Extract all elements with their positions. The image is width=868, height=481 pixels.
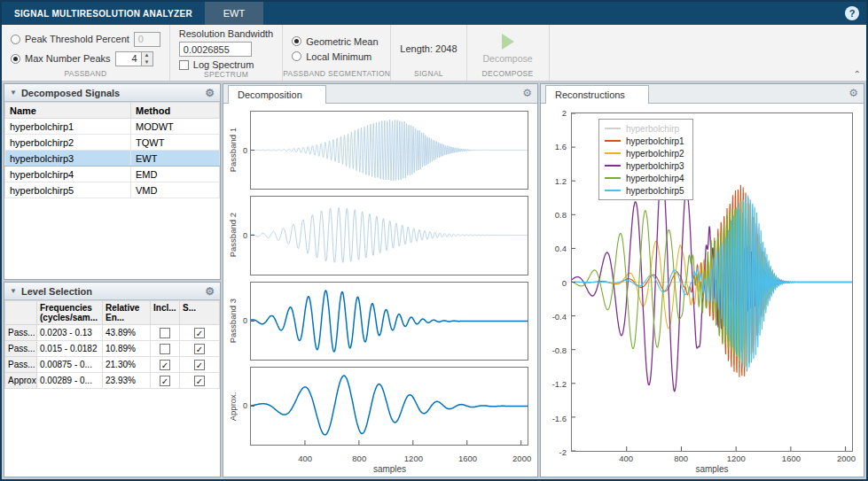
help-icon: ?	[849, 8, 856, 19]
include-checkbox[interactable]: ✓	[160, 360, 170, 370]
table-row[interactable]: hyperbolchirp3EWT	[5, 151, 220, 167]
table-row[interactable]: Pass...0.015 - 0.018210.89%✓	[5, 341, 220, 357]
energy-cell: 23.93%	[103, 373, 151, 389]
legend-label: hyperbolchirp	[626, 124, 679, 134]
gear-icon[interactable]: ⚙	[205, 88, 215, 98]
signal-section: Length: 2048 SIGNAL	[391, 25, 466, 81]
log-spectrum-checkbox[interactable]	[179, 60, 189, 70]
include-cell: ✓	[151, 373, 180, 389]
level-name-cell: Pass...	[5, 357, 37, 373]
show-checkbox[interactable]: ✓	[194, 376, 205, 386]
legend-item[interactable]: hyperbolchirp4	[605, 172, 684, 184]
y-tick-label: 1.2	[555, 175, 567, 185]
gear-icon[interactable]: ⚙	[848, 88, 858, 98]
include-checkbox[interactable]	[160, 344, 170, 354]
show-checkbox[interactable]: ✓	[194, 344, 205, 354]
level-selection-header: ▼ Level Selection ⚙	[4, 283, 220, 300]
legend-item[interactable]: hyperbolchirp1	[605, 135, 684, 147]
decomposition-x-axis: samples 400800120016002000	[251, 452, 528, 477]
legend-swatch-icon	[605, 128, 621, 129]
x-tick-label: 1200	[727, 454, 746, 463]
x-tick-label: 400	[619, 454, 633, 463]
plot-canvas	[251, 112, 528, 189]
legend-label: hyperbolchirp5	[626, 186, 684, 196]
column-header: S...	[180, 301, 220, 325]
collapse-icon[interactable]: ▼	[10, 287, 17, 295]
peak-threshold-input[interactable]: 0	[134, 32, 160, 47]
level-selection-head: Frequencies (cycles/sam...Relative En...…	[5, 301, 220, 325]
series-line	[251, 120, 528, 181]
tab-decomposition[interactable]: Decomposition	[228, 85, 326, 104]
column-header: Frequencies (cycles/sam...	[37, 301, 103, 325]
decomposition-subplot: Passband 30	[227, 282, 528, 361]
include-cell: ✓	[151, 357, 180, 373]
max-peaks-spinner[interactable]: ▲ ▼	[142, 51, 153, 66]
legend-item[interactable]: hyperbolchirp	[605, 122, 684, 135]
signal-method-cell: TQWT	[131, 135, 220, 151]
max-peaks-radio[interactable]	[11, 54, 20, 64]
table-row[interactable]: Approx.0.00289 - 0...23.93%✓✓	[5, 373, 220, 389]
max-peaks-input[interactable]: 4	[115, 51, 142, 66]
table-row[interactable]: Pass...0.00875 - 0...21.30%✓✓	[5, 357, 220, 373]
legend-item[interactable]: hyperbolchirp5	[605, 184, 684, 197]
spinner-up-icon[interactable]: ▲	[142, 52, 152, 59]
left-column: ▼ Decomposed Signals ⚙ NameMethod hyperb…	[4, 83, 221, 477]
app-title: SIGNAL MULTIRESOLUTION ANALYZER	[14, 9, 192, 19]
gear-icon[interactable]: ⚙	[522, 88, 532, 98]
y-tick-area: 0	[239, 111, 250, 190]
show-checkbox[interactable]: ✓	[194, 360, 205, 370]
level-selection-panel: ▼ Level Selection ⚙ Frequencies (cycles/…	[4, 282, 221, 477]
signal-name-cell: hyperbolchirp2	[5, 135, 131, 151]
toolstrip-ribbon: Peak Threshold Percent 0 Max Number Peak…	[2, 25, 866, 81]
column-header: Method	[131, 103, 220, 119]
resolution-bandwidth-input[interactable]: 0.0026855	[179, 42, 252, 57]
help-button[interactable]: ?	[845, 6, 859, 20]
table-row[interactable]: hyperbolchirp1MODWT	[5, 119, 220, 135]
signal-name-cell: hyperbolchirp1	[5, 119, 131, 135]
segmentation-section-label: PASSBAND SEGMENTATION	[283, 69, 390, 81]
table-row[interactable]: hyperbolchirp2TQWT	[5, 135, 220, 151]
geometric-mean-radio[interactable]	[292, 36, 301, 46]
tab-reconstructions[interactable]: Reconstructions	[545, 85, 649, 104]
y-tick-area: 0	[239, 367, 250, 446]
signal-multiresolution-analyzer-app: SIGNAL MULTIRESOLUTION ANALYZER EWT ? Pe…	[0, 0, 868, 481]
collapse-icon[interactable]: ▼	[10, 89, 17, 97]
tab-ewt[interactable]: EWT	[205, 2, 263, 25]
column-header: Incl...	[151, 301, 180, 325]
show-cell: ✓	[180, 357, 220, 373]
legend-item[interactable]: hyperbolchirp2	[605, 147, 684, 159]
decomposition-subplot: Passband 20	[227, 196, 528, 275]
table-row[interactable]: hyperbolchirp4EMD	[5, 167, 220, 182]
signal-name-cell: hyperbolchirp4	[5, 167, 131, 182]
decompose-button-label: Decompose	[483, 53, 533, 64]
energy-cell: 43.89%	[103, 325, 151, 341]
level-selection-body: Pass...0.0203 - 0.1343.89%✓Pass...0.015 …	[5, 325, 220, 389]
decomposed-signals-table: NameMethod hyperbolchirp1MODWThyperbolch…	[4, 102, 220, 198]
axis-corner	[544, 452, 571, 477]
table-row[interactable]: hyperbolchirp5VMD	[5, 182, 220, 198]
include-checkbox[interactable]: ✓	[160, 376, 170, 386]
gear-icon[interactable]: ⚙	[205, 286, 215, 297]
peak-threshold-radio[interactable]	[11, 35, 20, 44]
table-row[interactable]: Pass...0.0203 - 0.1343.89%✓	[5, 325, 220, 341]
reconstructions-tab-bar: Reconstructions ⚙	[541, 84, 864, 104]
reconstructions-tab-label: Reconstructions	[555, 89, 625, 100]
decompose-button[interactable]: Decompose	[476, 32, 540, 66]
include-cell	[151, 325, 180, 341]
decomposition-panel: Decomposition ⚙ Passband 10Passband 20Pa…	[223, 83, 538, 477]
series-line	[251, 208, 528, 263]
local-minimum-radio[interactable]	[292, 51, 301, 61]
minimize-ribbon-icon[interactable]: ⌃	[854, 69, 861, 79]
show-checkbox[interactable]: ✓	[194, 328, 205, 338]
reconstruction-plot-frame: hyperbolchirphyperbolchirp1hyperbolchirp…	[571, 112, 853, 452]
y-tick-label: -1.6	[552, 413, 567, 423]
include-checkbox[interactable]	[160, 328, 170, 338]
decomposition-subplot: Approx.0	[227, 367, 528, 446]
legend-swatch-icon	[605, 177, 621, 179]
spinner-down-icon[interactable]: ▼	[142, 58, 152, 66]
geometric-mean-label: Geometric Mean	[306, 36, 378, 47]
legend-item[interactable]: hyperbolchirp3	[605, 159, 684, 172]
plot-frame	[250, 196, 528, 275]
workspace: ▼ Decomposed Signals ⚙ NameMethod hyperb…	[2, 81, 866, 479]
column-header: Name	[5, 103, 131, 119]
